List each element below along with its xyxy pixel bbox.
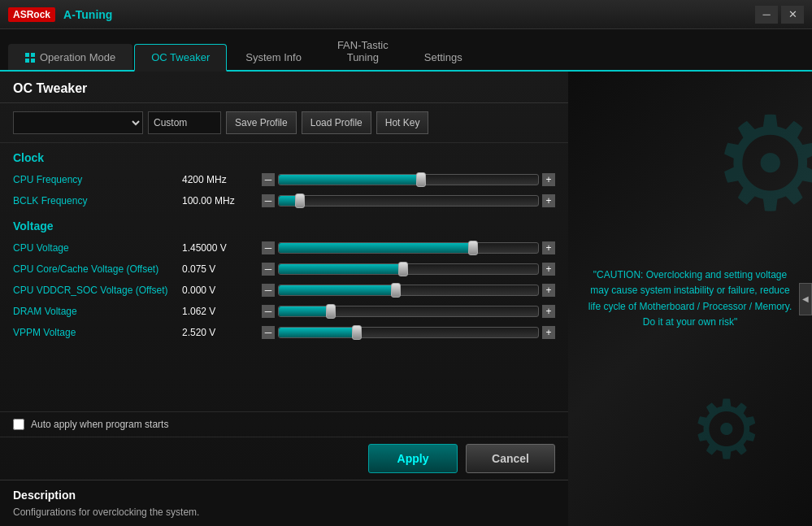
slider-cpu-core-cache: ─ + (262, 263, 555, 276)
tab-settings[interactable]: Settings (407, 44, 480, 70)
slider-track-bclk-freq[interactable] (278, 195, 539, 206)
slider-fill-bclk-freq (279, 196, 300, 206)
slider-track-cpu-voltage[interactable] (278, 242, 539, 254)
slider-minus-dram-voltage[interactable]: ─ (262, 305, 275, 318)
slider-plus-cpu-voltage[interactable]: + (542, 241, 555, 254)
slider-track-vppm-voltage[interactable] (278, 327, 539, 338)
slider-track-cpu-vddcr-soc[interactable] (278, 285, 539, 296)
save-profile-button[interactable]: Save Profile (226, 111, 297, 134)
auto-apply-row: Auto apply when program starts (0, 411, 568, 437)
param-name-cpu-voltage: CPU Voltage (13, 242, 176, 254)
navbar: Operation Mode OC Tweaker System Info FA… (0, 29, 812, 72)
description-text: Configurations for overclocking the syst… (13, 506, 555, 518)
slider-plus-cpu-vddcr-soc[interactable]: + (542, 284, 555, 297)
titlebar: ASRock A-Tuning ─ ✕ (0, 0, 812, 29)
cancel-button[interactable]: Cancel (466, 444, 555, 473)
param-value-dram-voltage: 1.062 V (182, 306, 255, 317)
slider-plus-cpu-core-cache[interactable]: + (542, 263, 555, 276)
slider-dram-voltage: ─ + (262, 305, 555, 318)
tab-fan-tuning[interactable]: FAN-Tastic Tuning (320, 32, 406, 70)
slider-minus-cpu-voltage[interactable]: ─ (262, 241, 275, 254)
slider-thumb-cpu-vddcr-soc (391, 283, 401, 298)
slider-plus-dram-voltage[interactable]: + (542, 305, 555, 318)
slider-track-cpu-freq[interactable] (278, 174, 539, 185)
param-row-cpu-vddcr-soc: CPU VDDCR_SOC Voltage (Offset) 0.000 V ─… (13, 280, 555, 301)
slider-fill-dram-voltage (279, 306, 331, 316)
app-title: A-Tuning (63, 8, 752, 21)
slider-vppm-voltage: ─ + (262, 326, 555, 339)
param-name-cpu-core-cache: CPU Core/Cache Voltage (Offset) (13, 263, 176, 275)
param-row-cpu-core-cache: CPU Core/Cache Voltage (Offset) 0.075 V … (13, 259, 555, 280)
gear-decoration-2: ⚙ (690, 382, 763, 477)
tab-operation-mode[interactable]: Operation Mode (8, 44, 132, 70)
slider-plus-vppm-voltage[interactable]: + (542, 326, 555, 339)
slider-minus-cpu-freq[interactable]: ─ (262, 173, 275, 186)
clock-section-title: Clock (13, 143, 555, 169)
tab-oc-tweaker[interactable]: OC Tweaker (134, 44, 227, 72)
description-area: Description Configurations for overclock… (0, 480, 568, 526)
auto-apply-checkbox[interactable] (13, 419, 24, 430)
gear-decoration-1: ⚙ (712, 88, 812, 240)
apply-button[interactable]: Apply (368, 444, 458, 473)
slider-fill-cpu-core-cache (279, 264, 403, 274)
grid-icon (25, 53, 35, 63)
param-name-vppm-voltage: VPPM Voltage (13, 327, 176, 338)
description-title: Description (13, 489, 555, 502)
param-value-vppm-voltage: 2.520 V (182, 327, 255, 338)
slider-thumb-bclk-freq (295, 193, 305, 208)
tab-system-info[interactable]: System Info (228, 44, 319, 70)
slider-thumb-cpu-freq (416, 172, 426, 187)
param-name-cpu-freq: CPU Frequency (13, 174, 176, 185)
param-value-cpu-freq: 4200 MHz (182, 174, 255, 185)
profile-dropdown[interactable] (13, 111, 143, 134)
collapse-panel-arrow[interactable]: ◀ (799, 283, 812, 315)
param-value-cpu-core-cache: 0.075 V (182, 263, 255, 275)
param-value-cpu-voltage: 1.45000 V (182, 242, 255, 254)
slider-fill-cpu-freq (279, 175, 421, 185)
slider-cpu-vddcr-soc: ─ + (262, 284, 555, 297)
param-name-dram-voltage: DRAM Voltage (13, 306, 176, 317)
param-name-bclk-freq: BCLK Frequency (13, 195, 176, 206)
slider-track-cpu-core-cache[interactable] (278, 263, 539, 275)
action-row: Apply Cancel (0, 437, 568, 480)
slider-minus-bclk-freq[interactable]: ─ (262, 194, 275, 207)
slider-fill-vppm-voltage (279, 328, 357, 337)
right-panel: ⚙ ⚙ "CAUTION: Overclocking and setting v… (568, 72, 812, 526)
slider-fill-cpu-voltage (279, 243, 473, 253)
slider-thumb-vppm-voltage (352, 325, 362, 340)
auto-apply-label: Auto apply when program starts (31, 419, 168, 430)
param-value-bclk-freq: 100.00 MHz (182, 195, 255, 206)
param-row-cpu-freq: CPU Frequency 4200 MHz ─ + (13, 169, 555, 190)
slider-plus-cpu-freq[interactable]: + (542, 173, 555, 186)
slider-thumb-dram-voltage (326, 304, 336, 319)
oc-content-area[interactable]: Clock CPU Frequency 4200 MHz ─ + BCLK (0, 143, 568, 411)
hot-key-button[interactable]: Hot Key (376, 111, 429, 134)
slider-fill-cpu-vddcr-soc (279, 285, 396, 295)
minimize-button[interactable]: ─ (755, 6, 778, 24)
slider-cpu-voltage: ─ + (262, 241, 555, 254)
slider-thumb-cpu-voltage (468, 241, 478, 255)
slider-minus-cpu-vddcr-soc[interactable]: ─ (262, 284, 275, 297)
slider-bclk-freq: ─ + (262, 194, 555, 207)
param-value-cpu-vddcr-soc: 0.000 V (182, 285, 255, 296)
slider-plus-bclk-freq[interactable]: + (542, 194, 555, 207)
param-row-cpu-voltage: CPU Voltage 1.45000 V ─ + (13, 237, 555, 259)
profile-name-input[interactable] (148, 111, 221, 134)
slider-minus-vppm-voltage[interactable]: ─ (262, 326, 275, 339)
voltage-section-title: Voltage (13, 211, 555, 237)
param-name-cpu-vddcr-soc: CPU VDDCR_SOC Voltage (Offset) (13, 285, 176, 296)
load-profile-button[interactable]: Load Profile (302, 111, 371, 134)
close-button[interactable]: ✕ (781, 6, 804, 24)
slider-cpu-freq: ─ + (262, 173, 555, 186)
slider-thumb-cpu-core-cache (398, 262, 408, 276)
left-panel: OC Tweaker Save Profile Load Profile Hot… (0, 72, 568, 526)
slider-track-dram-voltage[interactable] (278, 306, 539, 317)
oc-tweaker-title: OC Tweaker (0, 72, 568, 103)
asrock-logo: ASRock (8, 7, 55, 22)
param-row-bclk-freq: BCLK Frequency 100.00 MHz ─ + (13, 190, 555, 211)
main-content: OC Tweaker Save Profile Load Profile Hot… (0, 72, 812, 526)
param-row-dram-voltage: DRAM Voltage 1.062 V ─ + (13, 301, 555, 322)
profile-row: Save Profile Load Profile Hot Key (0, 103, 568, 143)
slider-minus-cpu-core-cache[interactable]: ─ (262, 263, 275, 276)
param-row-vppm-voltage: VPPM Voltage 2.520 V ─ + (13, 322, 555, 343)
